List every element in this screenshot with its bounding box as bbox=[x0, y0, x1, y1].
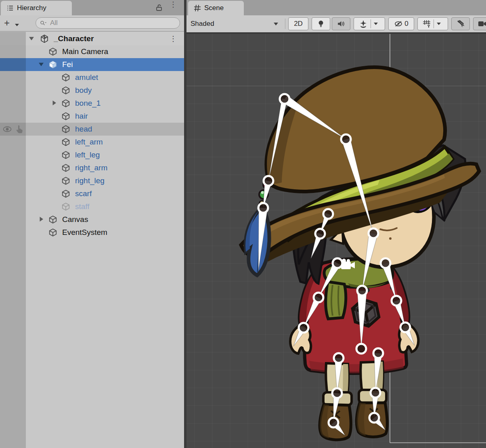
foldout-caret-icon[interactable] bbox=[27, 36, 36, 42]
tool-settings-button[interactable] bbox=[451, 17, 470, 30]
tree-row-scarf[interactable]: scarf bbox=[0, 187, 184, 200]
tree-row-hair[interactable]: hair bbox=[0, 110, 184, 123]
camera-settings-button[interactable] bbox=[473, 17, 486, 30]
effects-caret-icon[interactable] bbox=[372, 22, 380, 25]
bone-joint[interactable] bbox=[357, 286, 367, 295]
cube-icon bbox=[48, 228, 57, 237]
tree-row-label: scarf bbox=[75, 189, 92, 198]
cube-icon bbox=[61, 125, 70, 134]
tree-row-Canvas[interactable]: Canvas bbox=[0, 213, 184, 226]
effects-toggle-button[interactable] bbox=[354, 17, 385, 30]
scene-canvas[interactable] bbox=[186, 34, 486, 448]
unity-editor: Hierarchy ⋮ + bbox=[0, 0, 486, 448]
draw-mode-label: Shaded bbox=[191, 20, 214, 28]
tab-scene-label: Scene bbox=[204, 4, 224, 12]
bead-green-glint bbox=[261, 191, 264, 194]
dropdown-caret-icon[interactable] bbox=[15, 21, 19, 28]
bone-joint[interactable] bbox=[356, 344, 366, 354]
bone-joint[interactable] bbox=[392, 296, 401, 306]
bone-joint[interactable] bbox=[333, 258, 342, 268]
bone-joint[interactable] bbox=[280, 94, 289, 104]
scene-header-label: _Character bbox=[54, 34, 94, 43]
tree-row-label: staff bbox=[75, 202, 90, 211]
cube-icon bbox=[48, 47, 57, 56]
search-icon bbox=[40, 20, 47, 26]
lightbulb-icon bbox=[317, 20, 325, 28]
tree-row-Main Camera[interactable]: Main Camera bbox=[0, 45, 184, 58]
bone-joint[interactable] bbox=[334, 353, 344, 363]
tab-hierarchy[interactable]: Hierarchy bbox=[1, 1, 72, 15]
eye-icon[interactable] bbox=[2, 126, 12, 133]
bone-joint[interactable] bbox=[369, 228, 378, 238]
chin-mark bbox=[389, 237, 392, 240]
bone-joint[interactable] bbox=[341, 134, 351, 144]
tree-row-Fei[interactable]: Fei bbox=[0, 58, 184, 71]
bone-joint[interactable] bbox=[314, 293, 323, 302]
tree-row-left_arm[interactable]: left_arm bbox=[0, 136, 184, 149]
foldout-caret-icon[interactable] bbox=[50, 100, 58, 107]
grid-caret-icon[interactable] bbox=[435, 22, 443, 25]
scarf-tail bbox=[326, 282, 346, 319]
button-divider bbox=[434, 19, 434, 28]
tree-row-right_leg[interactable]: right_leg bbox=[0, 174, 184, 187]
tab-scene[interactable]: Scene bbox=[188, 1, 244, 15]
tree-row-right_arm[interactable]: right_arm bbox=[0, 161, 184, 174]
foldout-caret-icon[interactable] bbox=[37, 62, 45, 68]
draw-mode-dropdown[interactable]: Shaded bbox=[189, 17, 283, 30]
bone-joint[interactable] bbox=[323, 209, 333, 219]
tab-hierarchy-label: Hierarchy bbox=[17, 4, 46, 12]
cube-icon bbox=[61, 202, 70, 211]
effects-icon bbox=[359, 20, 367, 28]
bone-joint[interactable] bbox=[373, 348, 383, 358]
unlock-icon[interactable] bbox=[155, 4, 163, 13]
pick-hand-icon[interactable] bbox=[15, 125, 23, 134]
bone-joint[interactable] bbox=[381, 258, 390, 268]
bone-joint[interactable] bbox=[332, 388, 342, 398]
cube-icon bbox=[61, 138, 70, 147]
bone-joint[interactable] bbox=[299, 323, 308, 333]
scene-header-row[interactable]: _Character ⋮ bbox=[0, 32, 184, 45]
camera-icon bbox=[478, 21, 486, 27]
scene-header-kebab-icon[interactable]: ⋮ bbox=[170, 38, 177, 40]
cube-icon bbox=[61, 73, 70, 82]
2d-toggle-button[interactable]: 2D bbox=[288, 17, 308, 30]
tree-row-bone_1[interactable]: bone_1 bbox=[0, 97, 184, 110]
prefab-cube-icon bbox=[48, 60, 57, 69]
tree-row-staff[interactable]: staff bbox=[0, 200, 184, 213]
hierarchy-kebab-menu-icon[interactable]: ⋮ bbox=[170, 3, 177, 6]
lighting-toggle-button[interactable] bbox=[312, 17, 330, 30]
tree-row-label: bone_1 bbox=[75, 99, 101, 108]
scene-tabbar: Scene bbox=[186, 0, 486, 15]
hierarchy-panel: Hierarchy ⋮ + bbox=[0, 0, 184, 448]
hierarchy-tabbar: Hierarchy ⋮ bbox=[0, 0, 184, 15]
tree-row-label: left_leg bbox=[75, 151, 100, 159]
scene-toolbar: Shaded 2D bbox=[186, 15, 486, 32]
bone-joint[interactable] bbox=[371, 388, 380, 398]
plus-icon[interactable]: + bbox=[4, 18, 10, 28]
tree-row-amulet[interactable]: amulet bbox=[0, 71, 184, 84]
cube-icon bbox=[48, 215, 57, 224]
hierarchy-tree[interactable]: _Character ⋮ Main Camera Fei amulet body… bbox=[0, 32, 184, 448]
scene-viewport[interactable] bbox=[186, 34, 486, 448]
search-field[interactable] bbox=[36, 17, 180, 29]
tree-row-left_leg[interactable]: left_leg bbox=[0, 149, 184, 161]
tree-row-EventSystem[interactable]: EventSystem bbox=[0, 226, 184, 239]
tree-row-head[interactable]: head bbox=[0, 123, 184, 136]
search-input[interactable] bbox=[49, 19, 176, 27]
bone-joint[interactable] bbox=[315, 229, 325, 239]
tree-row-label: Canvas bbox=[62, 215, 88, 224]
bone-joint[interactable] bbox=[369, 413, 379, 423]
bone-joint[interactable] bbox=[264, 176, 273, 186]
tree-row-body[interactable]: body bbox=[0, 84, 184, 97]
bone-joint[interactable] bbox=[258, 203, 268, 213]
audio-icon bbox=[337, 20, 345, 27]
bone-joint[interactable] bbox=[329, 418, 338, 427]
cube-icon bbox=[61, 163, 70, 172]
audio-toggle-button[interactable] bbox=[332, 17, 350, 30]
tree-row-label: body bbox=[75, 86, 92, 95]
scene-visibility-button[interactable]: 0 bbox=[388, 17, 414, 30]
button-divider bbox=[371, 19, 371, 28]
grid-visibility-button[interactable] bbox=[417, 17, 448, 30]
foldout-caret-icon[interactable] bbox=[37, 216, 45, 223]
bone-joint[interactable] bbox=[400, 322, 410, 332]
